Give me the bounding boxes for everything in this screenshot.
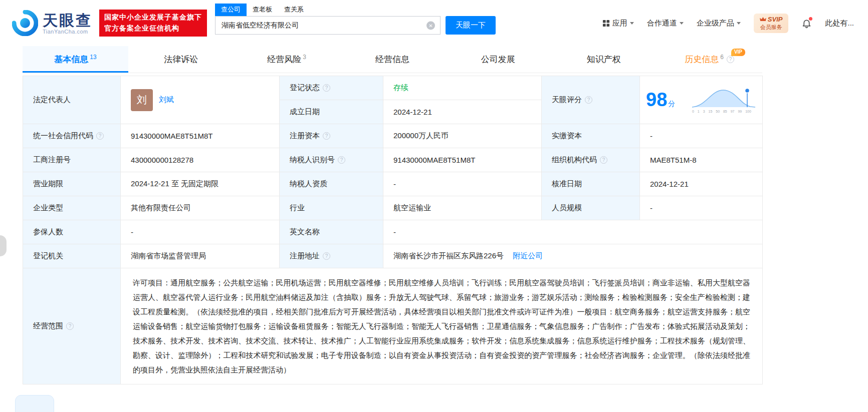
help-icon[interactable] <box>585 96 592 104</box>
value-taxpayer-id: 91430000MAE8T51M8T <box>383 148 542 172</box>
brand-domain: TianYanCha.com <box>43 29 92 35</box>
search-tab-boss[interactable]: 查老板 <box>247 4 278 16</box>
svip-member-badge[interactable]: SVIP 会员服务 <box>754 14 789 33</box>
value-org-code: MAE8T51M-8 <box>640 148 763 172</box>
company-info-table: 法定代表人 刘 刘斌 登记状态 存续 天眼评分 98分 <box>23 76 763 384</box>
help-icon[interactable] <box>66 322 74 330</box>
label-business-term: 营业期限 <box>23 172 121 196</box>
label-insured-count: 参保人数 <box>23 220 121 244</box>
side-drawer-handle[interactable] <box>0 235 7 256</box>
table-row: 经营范围 许可项目：通用航空服务；公共航空运输；民用机场运营；民用航空器维修；民… <box>23 268 763 384</box>
value-reg-number: 430000000128278 <box>121 148 280 172</box>
value-score[interactable]: 98分 0 1 3 15 50 85 97 99 100 <box>640 76 763 124</box>
logo-icon <box>12 10 38 36</box>
tab-business-info[interactable]: 经营信息 <box>340 46 446 73</box>
legal-rep-label: 法定代表人 <box>33 95 71 105</box>
table-row: 法定代表人 刘 刘斌 登记状态 存续 天眼评分 98分 <box>23 76 763 100</box>
business-term-label: 营业期限 <box>33 179 63 189</box>
value-reg-address: 湖南省长沙市开福区东风路226号 附近公司 <box>383 244 763 268</box>
value-insured-count: - <box>121 220 280 244</box>
value-reg-authority: 湖南省市场监督管理局 <box>121 244 280 268</box>
paid-capital-label: 实缴资本 <box>552 131 582 141</box>
clear-icon[interactable] <box>426 21 435 30</box>
main-content: 法定代表人 刘 刘斌 登记状态 存续 天眼评分 98分 <box>0 76 868 384</box>
help-icon[interactable] <box>323 252 330 260</box>
org-code-label: 组织机构代码 <box>552 155 597 165</box>
label-reg-number: 工商注册号 <box>23 148 121 172</box>
label-industry: 行业 <box>280 196 383 220</box>
nav-cooperation-label: 合作通道 <box>647 19 677 28</box>
cert-line1: 国家中小企业发展子基金旗下 <box>104 12 202 23</box>
brand-name: 天眼查 <box>43 12 92 29</box>
notification-bell-icon[interactable] <box>801 18 812 29</box>
label-english-name: 英文名称 <box>280 220 383 244</box>
nav-enterprise-products[interactable]: 企业级产品 <box>697 19 741 28</box>
tab-basic-info[interactable]: 基本信息 13 <box>23 46 128 73</box>
tab-legal-proceedings[interactable]: 法律诉讼 <box>128 46 234 73</box>
tab-count: 13 <box>90 54 96 61</box>
business-scope-label: 经营范围 <box>33 321 63 331</box>
insured-count-label: 参保人数 <box>33 227 63 237</box>
help-icon[interactable] <box>727 56 734 63</box>
score-label: 天眼评分 <box>552 95 582 105</box>
score-axis-labels: 0 1 3 15 50 85 97 99 100 <box>691 110 756 113</box>
label-staff-size: 人员规模 <box>542 196 640 220</box>
taxpayer-quality-value: - <box>393 180 396 188</box>
help-icon[interactable] <box>338 156 345 164</box>
credit-code-label: 统一社会信用代码 <box>33 131 93 141</box>
search-input[interactable] <box>215 16 441 35</box>
search-tabs: 查公司 查老板 查关系 <box>215 4 496 16</box>
label-reg-address: 注册地址 <box>280 244 383 268</box>
tab-company-development[interactable]: 公司发展 <box>445 46 551 73</box>
credit-code-value: 91430000MAE8T51M8T <box>131 132 212 140</box>
svip-subtitle: 会员服务 <box>760 24 783 31</box>
floating-widget[interactable] <box>15 395 54 412</box>
tab-business-risk[interactable]: 经营风险 3 <box>234 46 340 73</box>
reg-number-value: 430000000128278 <box>131 156 193 164</box>
reg-status-label: 登记状态 <box>290 83 320 93</box>
company-type-label: 企业类型 <box>33 203 63 213</box>
help-icon[interactable] <box>323 84 330 92</box>
section-tabbar: 基本信息 13 法律诉讼 经营风险 3 经营信息 公司发展 知识产权 历史信息 … <box>23 46 762 73</box>
label-reg-status: 登记状态 <box>280 76 383 100</box>
search-block: 查公司 查老板 查关系 天眼一下 <box>215 4 496 35</box>
reg-number-label: 工商注册号 <box>33 155 71 165</box>
search-tab-relation[interactable]: 查关系 <box>278 4 310 16</box>
search-tab-company[interactable]: 查公司 <box>215 4 247 16</box>
nav-apps[interactable]: 应用 <box>602 19 634 28</box>
score-chart: 0 1 3 15 50 85 97 99 100 <box>691 87 756 113</box>
establish-date-label: 成立日期 <box>290 107 320 117</box>
value-establish-date: 2024-12-21 <box>383 100 542 124</box>
company-type-value: 其他有限责任公司 <box>131 203 191 212</box>
tab-history-info[interactable]: 历史信息 6 VIP <box>657 46 762 73</box>
nav-cooperation[interactable]: 合作通道 <box>647 19 684 28</box>
tab-label: 基本信息 <box>54 54 88 65</box>
value-business-scope: 许可项目：通用航空服务；公共航空运输；民用机场运营；民用航空器维修；民用航空维修… <box>121 268 763 384</box>
label-taxpayer-id: 纳税人识别号 <box>280 148 383 172</box>
reg-authority-value: 湖南省市场监督管理局 <box>131 251 206 260</box>
english-name-value: - <box>393 228 396 236</box>
business-scope-text: 许可项目：通用航空服务；公共航空运输；民用机场运营；民用航空器维修；民用航空维修… <box>133 278 750 374</box>
staff-size-value: - <box>650 204 653 212</box>
tianyancha-logo[interactable]: 天眼查 TianYanCha.com <box>12 10 92 36</box>
label-org-code: 组织机构代码 <box>542 148 640 172</box>
tab-label: 知识产权 <box>587 54 621 65</box>
table-row: 营业期限 2024-12-21 至 无固定期限 纳税人资质 - 核准日期 202… <box>23 172 763 196</box>
legal-rep-name-link[interactable]: 刘斌 <box>159 95 174 105</box>
help-icon[interactable] <box>323 132 330 140</box>
help-icon[interactable] <box>96 132 104 140</box>
establish-date-value: 2024-12-21 <box>393 108 432 116</box>
crown-icon <box>760 17 766 22</box>
legal-rep-avatar[interactable]: 刘 <box>131 89 153 111</box>
taxpayer-id-label: 纳税人识别号 <box>290 155 335 165</box>
more-text[interactable]: 此处有... <box>825 19 854 28</box>
label-legal-rep: 法定代表人 <box>23 76 121 124</box>
industry-value: 航空运输业 <box>393 203 431 212</box>
label-paid-capital: 实缴资本 <box>542 124 640 148</box>
tab-intellectual-property[interactable]: 知识产权 <box>551 46 657 73</box>
label-reg-authority: 登记机关 <box>23 244 121 268</box>
nearby-companies-link[interactable]: 附近公司 <box>513 251 543 260</box>
table-row: 工商注册号 430000000128278 纳税人识别号 91430000MAE… <box>23 148 763 172</box>
search-button[interactable]: 天眼一下 <box>446 16 496 35</box>
help-icon[interactable] <box>600 156 607 164</box>
